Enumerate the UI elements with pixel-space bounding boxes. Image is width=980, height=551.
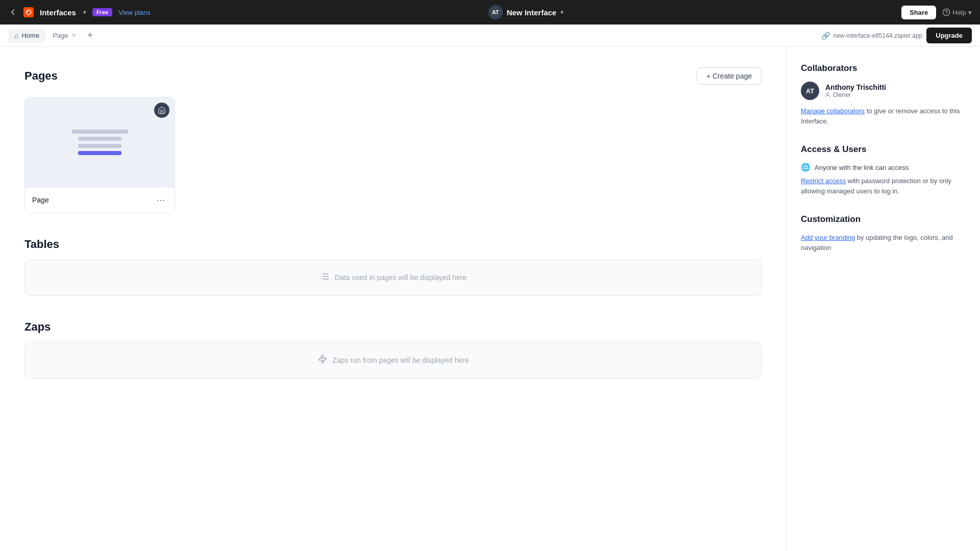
page-card-name: Page [32, 196, 49, 204]
view-plans-link[interactable]: View plans [118, 9, 151, 16]
page-card-footer: Page ⋯ [25, 187, 175, 213]
customization-description: Add your branding by updating the logo, … [801, 233, 966, 253]
home-icon: ⌂ [14, 32, 18, 40]
tables-icon [320, 271, 330, 284]
tab-page[interactable]: Page ✕ [47, 29, 81, 42]
page-card-preview [25, 97, 175, 187]
url-display: 🔗 new-interface-e85144.zapier.app [821, 32, 922, 40]
page-card[interactable]: Page ⋯ [24, 97, 175, 213]
app-name: Interfaces [40, 8, 76, 17]
help-button[interactable]: Help ▾ [942, 8, 972, 16]
tab-add-button[interactable]: + [83, 29, 97, 43]
zaps-icon [317, 354, 328, 367]
app-name-caret: ▾ [83, 9, 86, 16]
collaborators-section: Collaborators AT Anthony Trischitti Owne… [801, 63, 966, 126]
pages-title: Pages [24, 69, 58, 83]
right-sidebar: Collaborators AT Anthony Trischitti Owne… [786, 47, 980, 551]
access-text: Anyone with the link can access [815, 164, 909, 171]
collab-avatar: AT [801, 82, 819, 100]
add-branding-link[interactable]: Add your branding [801, 234, 855, 241]
top-nav-right: Share Help ▾ [901, 6, 972, 19]
access-section: Access & Users 🌐 Anyone with the link ca… [801, 144, 966, 196]
tables-empty-text: Data used in pages will be displayed her… [335, 273, 467, 282]
svg-point-9 [827, 93, 829, 95]
tab-home[interactable]: ⌂ Home [8, 29, 45, 43]
preview-line-2 [78, 137, 121, 141]
zaps-empty-placeholder: Zaps run from pages will be displayed he… [24, 342, 762, 379]
preview-line-3 [78, 144, 121, 148]
access-row: 🌐 Anyone with the link can access [801, 163, 966, 172]
free-badge: Free [92, 8, 112, 16]
upgrade-button[interactable]: Upgrade [926, 28, 972, 43]
content-area: Pages + Create page Page ⋯ [0, 47, 786, 551]
collab-role-label: Owner [833, 91, 851, 98]
preview-line-accent [78, 151, 121, 155]
tab-bar-right: 🔗 new-interface-e85144.zapier.app Upgrad… [821, 28, 972, 43]
interface-name: New Interface [507, 8, 557, 17]
tab-bar: ⌂ Home Page ✕ + 🔗 new-interface-e85144.z… [0, 24, 980, 47]
collaborator-row: AT Anthony Trischitti Owner [801, 82, 966, 100]
customization-section: Customization Add your branding by updat… [801, 214, 966, 253]
collab-description: Manage collaborators to give or remove a… [801, 106, 966, 126]
manage-collaborators-link[interactable]: Manage collaborators [801, 107, 865, 115]
create-page-button[interactable]: + Create page [697, 67, 762, 85]
main-layout: Pages + Create page Page ⋯ [0, 47, 980, 551]
collaborators-title: Collaborators [801, 63, 966, 73]
restrict-access-link[interactable]: Restrict access [801, 177, 846, 185]
top-nav: Interfaces ▾ Free View plans AT New Inte… [0, 0, 980, 24]
tab-home-label: Home [21, 32, 39, 39]
zapier-logo [23, 7, 34, 17]
svg-marker-8 [318, 355, 326, 363]
globe-icon: 🌐 [801, 163, 811, 172]
interface-caret: ▾ [560, 9, 564, 16]
tables-empty-placeholder: Data used in pages will be displayed her… [24, 259, 762, 296]
help-label: Help [952, 9, 966, 16]
tab-page-close[interactable]: ✕ [71, 32, 76, 39]
link-icon: 🔗 [821, 32, 830, 40]
user-avatar-top: AT [488, 5, 503, 19]
access-description: Restrict access with password protection… [801, 176, 966, 196]
page-menu-button[interactable]: ⋯ [154, 193, 167, 207]
tab-page-label: Page [53, 32, 68, 39]
tables-section: Tables Data used in pages will be displa… [24, 238, 762, 296]
top-nav-center: AT New Interface ▾ [157, 5, 895, 19]
pages-section-header: Pages + Create page [24, 67, 762, 85]
page-preview-icon [154, 103, 169, 118]
zaps-title: Zaps [24, 320, 762, 334]
zaps-section: Zaps Zaps run from pages will be display… [24, 320, 762, 379]
help-caret: ▾ [968, 9, 972, 16]
create-page-label: + Create page [706, 72, 752, 80]
collab-role: Owner [825, 91, 886, 98]
zaps-empty-text: Zaps run from pages will be displayed he… [333, 356, 469, 364]
access-title: Access & Users [801, 144, 966, 155]
share-button[interactable]: Share [901, 6, 936, 19]
preview-line-1 [72, 130, 128, 134]
customization-title: Customization [801, 214, 966, 224]
collab-name: Anthony Trischitti [825, 83, 886, 91]
back-button[interactable] [8, 8, 17, 17]
tables-title: Tables [24, 238, 762, 251]
collab-info: Anthony Trischitti Owner [825, 83, 886, 98]
url-text: new-interface-e85144.zapier.app [833, 32, 922, 39]
page-preview-content [72, 130, 128, 155]
